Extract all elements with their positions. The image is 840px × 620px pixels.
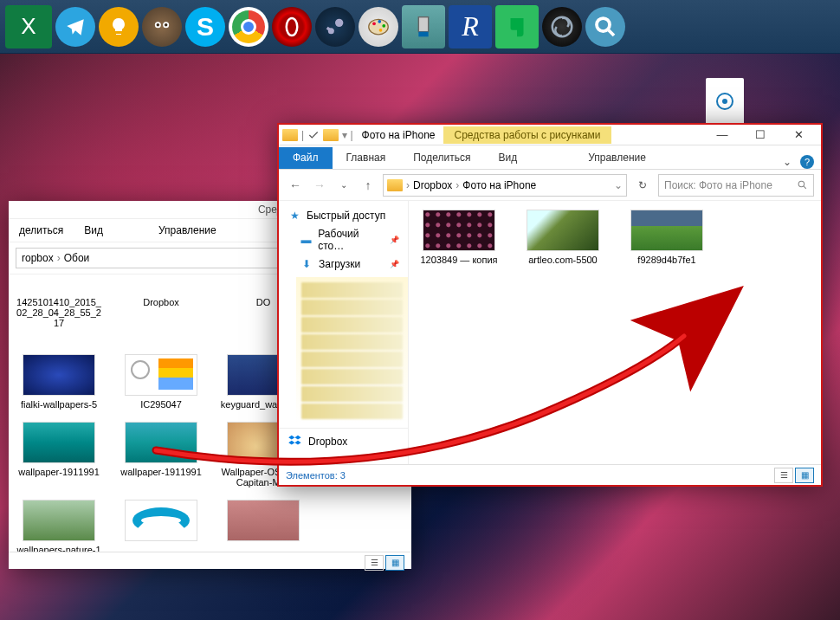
search-placeholder: Поиск: Фото на iPhone: [664, 179, 772, 191]
file-item[interactable]: 1203849 — копия: [416, 210, 502, 265]
taskbar-icon-obs[interactable]: [542, 7, 582, 47]
dropbox-icon: [288, 434, 303, 449]
ribbon-tab-view[interactable]: Вид: [84, 224, 103, 236]
thumbnail: [23, 354, 95, 396]
view-thumbnails-button[interactable]: ▦: [385, 555, 404, 571]
file-item[interactable]: Dropbox: [118, 281, 204, 328]
file-grid: 1203849 — копия artleo.com-5500 f9289d4b…: [409, 201, 821, 464]
file-item[interactable]: [220, 500, 307, 552]
ribbon-tab-manage[interactable]: Управление: [158, 224, 216, 236]
ribbon-tab-home[interactable]: Главная: [333, 147, 400, 169]
view-details-button[interactable]: ☰: [365, 555, 384, 571]
taskbar-icon-opera[interactable]: [272, 7, 312, 47]
file-label: DO: [256, 297, 271, 307]
refresh-button[interactable]: ↻: [632, 175, 653, 196]
taskbar-icon-telegram[interactable]: [55, 7, 95, 47]
taskbar-icon-skype[interactable]: S: [185, 7, 225, 47]
minimize-button[interactable]: —: [703, 125, 741, 145]
status-bar: ☰ ▦: [9, 552, 411, 572]
file-label: artleo.com-5500: [528, 255, 598, 265]
sidebar-folder-list: [296, 277, 408, 424]
taskbar-icon-rufus[interactable]: [402, 5, 445, 48]
file-item[interactable]: f9289d4b7fe1: [624, 210, 710, 265]
svg-point-15: [597, 18, 610, 31]
file-item[interactable]: wallpaper-1911991: [118, 422, 204, 488]
star-icon: ★: [288, 209, 301, 223]
thumbnail: [227, 500, 300, 541]
file-item[interactable]: wallpapers-nature-1: [16, 500, 102, 552]
taskbar-icon-tips[interactable]: [99, 7, 139, 47]
breadcrumb-segment[interactable]: Обои: [64, 252, 90, 264]
file-label: IC295047: [140, 399, 182, 410]
view-thumbnails-button[interactable]: ▦: [795, 468, 814, 483]
svg-rect-13: [418, 31, 428, 36]
view-details-button[interactable]: ☰: [774, 468, 793, 483]
thumbnail: [23, 422, 95, 463]
taskbar-icon-gimp[interactable]: [142, 7, 182, 47]
svg-point-10: [382, 23, 385, 27]
desktop-file-icon[interactable]: [701, 78, 748, 126]
svg-point-14: [552, 16, 572, 36]
titlebar[interactable]: | ▾ | Фото на iPhone Средства работы с р…: [279, 125, 821, 145]
file-icon: [706, 78, 744, 125]
help-button[interactable]: ?: [800, 155, 814, 169]
taskbar-icon-revo[interactable]: R: [449, 5, 492, 48]
sidebar-downloads[interactable]: ⬇ Загрузки 📌: [279, 255, 408, 274]
thumbnail: [527, 210, 599, 251]
file-item[interactable]: wallpaper-1911991: [16, 422, 102, 488]
breadcrumb-segment[interactable]: Dropbox: [413, 179, 452, 191]
sidebar-dropbox[interactable]: Dropbox: [279, 428, 408, 455]
taskbar-icon-search[interactable]: [585, 7, 625, 47]
file-label: wallpaper-1911991: [120, 467, 202, 477]
file-label: 1425101410_2015_02_28_04_28_55_217: [16, 297, 102, 328]
svg-point-8: [372, 22, 376, 25]
explorer-window-iphone-photos[interactable]: | ▾ | Фото на iPhone Средства работы с р…: [277, 123, 823, 487]
desktop-icon: ▬: [300, 233, 313, 247]
up-button[interactable]: ↑: [359, 176, 378, 195]
svg-point-18: [798, 181, 804, 187]
ribbon-tab-share[interactable]: Поделиться: [399, 147, 484, 169]
nav-toolbar: ← → ⌄ ↑ › Dropbox › Фото на iPhone ⌄ ↻ П…: [279, 170, 821, 201]
taskbar: X S R: [0, 0, 840, 54]
ribbon-tab-view[interactable]: Вид: [484, 147, 531, 169]
ribbon-expand-icon[interactable]: ⌄: [783, 156, 792, 168]
breadcrumb-segment[interactable]: ropbox: [22, 252, 54, 264]
taskbar-icon-paint[interactable]: [359, 7, 398, 47]
thumbnail: [125, 354, 197, 396]
file-item[interactable]: fialki-wallpapers-5: [16, 354, 102, 410]
file-item[interactable]: artleo.com-5500: [520, 210, 606, 265]
address-bar[interactable]: › Dropbox › Фото на iPhone ⌄: [383, 174, 627, 197]
ribbon-tab-file[interactable]: Файл: [279, 147, 333, 169]
recent-button[interactable]: ⌄: [334, 176, 353, 195]
ribbon-tab-manage[interactable]: Управление: [574, 147, 660, 169]
file-item[interactable]: 1425101410_2015_02_28_04_28_55_217: [16, 281, 102, 328]
forward-button[interactable]: →: [310, 176, 329, 195]
file-item[interactable]: IC295047: [118, 354, 204, 410]
thumbnail: [630, 210, 703, 251]
thumbnail: [125, 500, 197, 541]
check-icon: [307, 129, 320, 141]
pin-icon: 📌: [390, 260, 399, 268]
maximize-button[interactable]: ☐: [741, 125, 779, 145]
taskbar-icon-excel[interactable]: X: [5, 5, 52, 48]
svg-point-17: [722, 99, 727, 104]
thumbnail: [125, 422, 197, 463]
search-icon: [797, 179, 808, 191]
taskbar-icon-evernote[interactable]: [495, 5, 539, 48]
ribbon-tab-share[interactable]: делиться: [19, 224, 63, 236]
status-bar: Элементов: 3 ☰ ▦: [279, 464, 821, 485]
file-label: 1203849 — копия: [420, 255, 497, 265]
thumbnail: [23, 500, 95, 541]
file-label: fialki-wallpapers-5: [21, 399, 97, 410]
sidebar-desktop[interactable]: ▬ Рабочий сто… 📌: [279, 225, 408, 255]
sidebar-quick-access[interactable]: ★ Быстрый доступ: [279, 206, 408, 225]
file-label: wallpaper-1911991: [18, 467, 100, 477]
taskbar-icon-steam[interactable]: [315, 7, 355, 47]
file-item[interactable]: [118, 500, 204, 552]
search-input[interactable]: Поиск: Фото на iPhone: [658, 174, 814, 197]
taskbar-icon-chrome[interactable]: [229, 7, 268, 47]
close-button[interactable]: ✕: [779, 125, 817, 145]
breadcrumb-segment[interactable]: Фото на iPhone: [462, 179, 536, 191]
back-button[interactable]: ←: [286, 176, 305, 195]
file-label: f9289d4b7fe1: [637, 255, 695, 265]
